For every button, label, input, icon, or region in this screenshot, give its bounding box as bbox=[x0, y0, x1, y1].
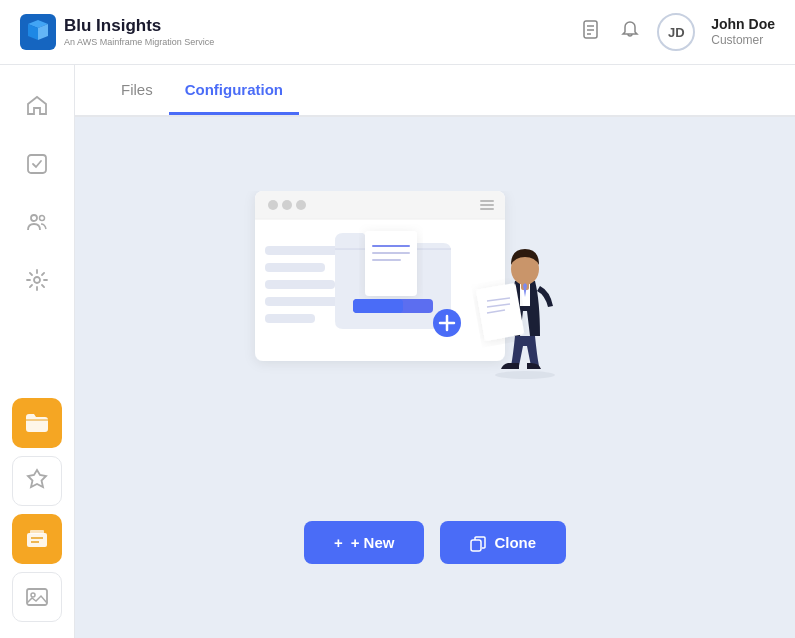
sidebar bbox=[0, 65, 75, 638]
user-avatar[interactable]: JD bbox=[657, 13, 695, 51]
new-label: + New bbox=[351, 534, 395, 551]
app-subtitle: An AWS Mainframe Migration Service bbox=[64, 37, 214, 48]
configuration-illustration bbox=[225, 191, 605, 471]
svg-rect-27 bbox=[265, 280, 335, 289]
sidebar-card-folder[interactable] bbox=[12, 398, 62, 448]
logo-area: Blu Insights An AWS Mainframe Migration … bbox=[20, 14, 214, 50]
sidebar-card-badge[interactable] bbox=[12, 456, 62, 506]
bell-icon[interactable] bbox=[619, 19, 641, 46]
new-button[interactable]: + + New bbox=[304, 521, 425, 563]
svg-point-6 bbox=[31, 215, 37, 221]
page-content: + + New Clone bbox=[75, 117, 795, 638]
svg-rect-46 bbox=[471, 540, 481, 551]
sidebar-item-settings[interactable] bbox=[12, 255, 62, 305]
user-role: Customer bbox=[711, 33, 775, 49]
clone-icon bbox=[470, 533, 486, 551]
svg-rect-9 bbox=[27, 533, 47, 547]
user-name: John Doe bbox=[711, 15, 775, 33]
sidebar-card-image[interactable] bbox=[12, 572, 62, 622]
user-info: John Doe Customer bbox=[711, 15, 775, 49]
main-layout: Files Configuration bbox=[0, 65, 795, 638]
logo-icon bbox=[20, 14, 56, 50]
svg-point-14 bbox=[31, 593, 35, 597]
tabs-bar: Files Configuration bbox=[75, 65, 795, 117]
svg-point-18 bbox=[268, 200, 278, 210]
app-title: Blu Insights bbox=[64, 16, 214, 36]
sidebar-item-home[interactable] bbox=[12, 81, 62, 131]
tab-configuration[interactable]: Configuration bbox=[169, 67, 299, 115]
tab-files[interactable]: Files bbox=[105, 67, 169, 115]
svg-rect-26 bbox=[265, 263, 325, 272]
illustration bbox=[225, 191, 645, 491]
svg-point-20 bbox=[296, 200, 306, 210]
svg-point-8 bbox=[34, 277, 40, 283]
svg-rect-25 bbox=[265, 246, 345, 255]
svg-rect-30 bbox=[365, 231, 417, 296]
header-right: JD John Doe Customer bbox=[581, 13, 775, 51]
svg-point-19 bbox=[282, 200, 292, 210]
svg-rect-35 bbox=[353, 299, 403, 313]
svg-rect-17 bbox=[255, 205, 505, 219]
clone-label: Clone bbox=[494, 534, 536, 551]
action-buttons: + + New Clone bbox=[304, 521, 566, 563]
sidebar-item-users[interactable] bbox=[12, 197, 62, 247]
sidebar-card-stack[interactable] bbox=[12, 514, 62, 564]
header: Blu Insights An AWS Mainframe Migration … bbox=[0, 0, 795, 65]
content-area: Files Configuration bbox=[75, 65, 795, 638]
plus-icon: + bbox=[334, 534, 343, 551]
sidebar-item-tasks[interactable] bbox=[12, 139, 62, 189]
svg-point-45 bbox=[495, 371, 555, 379]
clone-button[interactable]: Clone bbox=[440, 521, 566, 563]
document-icon[interactable] bbox=[581, 19, 603, 46]
svg-rect-10 bbox=[30, 530, 44, 534]
svg-rect-5 bbox=[28, 155, 46, 173]
svg-point-7 bbox=[40, 216, 45, 221]
logo-text-block: Blu Insights An AWS Mainframe Migration … bbox=[64, 16, 214, 47]
svg-rect-29 bbox=[265, 314, 315, 323]
svg-rect-13 bbox=[27, 589, 47, 605]
